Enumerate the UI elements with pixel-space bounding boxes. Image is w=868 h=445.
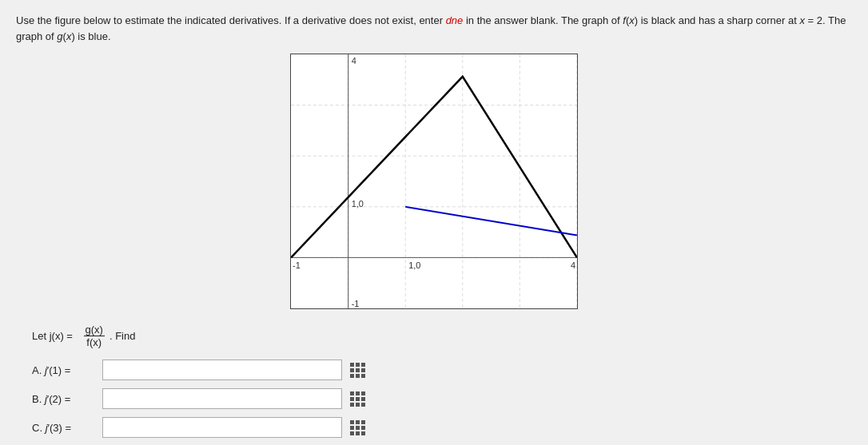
dne-highlight: dne <box>446 14 464 26</box>
svg-text:1,0: 1,0 <box>408 260 420 270</box>
find-text: . Find <box>109 330 136 342</box>
input-b[interactable] <box>102 388 342 409</box>
answer-row-c: C. j′(3) = <box>32 417 852 438</box>
grid-icon-c[interactable] <box>348 419 366 436</box>
svg-line-17 <box>405 207 577 236</box>
page-container: Use the figure below to estimate the ind… <box>0 0 868 445</box>
input-a[interactable] <box>102 360 342 380</box>
label-a: A. j′(1) = <box>32 364 96 376</box>
let-text: Let j(x) = <box>32 330 73 342</box>
label-b: B. j′(2) = <box>32 393 96 405</box>
answers-container: A. j′(1) = B. j′(2) = C. j′(3) = <box>32 360 852 438</box>
input-c[interactable] <box>102 417 342 438</box>
svg-text:4: 4 <box>352 56 356 66</box>
graph-area: -1 1,0 4 4 1,0 -1 <box>16 54 852 309</box>
equals-sign <box>76 330 79 342</box>
label-c: C. j′(3) = <box>32 422 96 434</box>
grid-icon-b[interactable] <box>348 390 366 407</box>
answer-row-a: A. j′(1) = <box>32 360 852 380</box>
answer-row-b: B. j′(2) = <box>32 388 852 409</box>
let-j-statement: Let j(x) = g(x) f(x) . Find <box>32 324 852 348</box>
fraction: g(x) f(x) <box>84 324 105 348</box>
instructions-text: Use the figure below to estimate the ind… <box>16 13 847 44</box>
svg-text:1,0: 1,0 <box>352 199 364 209</box>
problem-section: Let j(x) = g(x) f(x) . Find A. j′(1) = B… <box>32 324 852 438</box>
grid-icon-a[interactable] <box>348 361 366 379</box>
svg-text:-1: -1 <box>293 260 301 270</box>
numerator: g(x) <box>84 324 105 336</box>
denominator: f(x) <box>85 336 103 348</box>
graph-box: -1 1,0 4 4 1,0 -1 <box>290 54 578 309</box>
svg-text:4: 4 <box>571 260 575 270</box>
svg-text:-1: -1 <box>352 299 360 308</box>
graph-svg: -1 1,0 4 4 1,0 -1 <box>291 54 577 308</box>
